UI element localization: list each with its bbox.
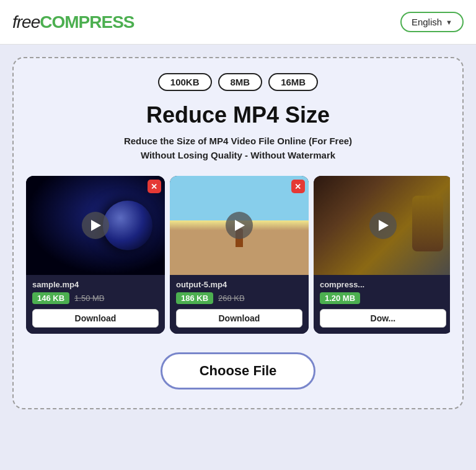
size-old-0: 1.50 MB [74,294,104,303]
card-info-2: compress... 1.20 MB Dow... [314,275,450,334]
close-button-1[interactable]: ✕ [291,180,305,193]
video-cards-row: ✕ sample.mp4 146 KB 1.50 MB Download [26,176,450,334]
play-icon-1 [235,220,245,231]
play-button-2[interactable] [369,212,397,239]
choose-file-button[interactable]: Choose File [161,352,316,389]
size-row-0: 146 KB 1.50 MB [32,292,159,304]
size-new-2: 1.20 MB [320,292,360,304]
size-row-1: 186 KB 268 KB [176,292,302,304]
dashed-container: 100KB 8MB 16MB Reduce MP4 Size Reduce th… [12,57,464,409]
page-subtitle: Reduce the Size of MP4 Video File Online… [124,134,352,162]
filename-2: compress... [320,280,446,289]
play-icon-0 [91,220,101,231]
thumbnail-1: ✕ [170,176,309,275]
subtitle-line2: Without Losing Quality - Without Waterma… [141,150,335,160]
close-button-0[interactable]: ✕ [148,180,161,193]
size-row-2: 1.20 MB [320,292,446,304]
language-selector[interactable]: English ▼ [400,12,464,32]
download-button-1[interactable]: Download [176,309,302,328]
size-new-1: 186 KB [176,292,213,304]
logo-free: free [12,12,40,32]
logo-compress: COMPRESS [40,12,134,32]
filename-1: output-5.mp4 [176,280,302,289]
play-button-0[interactable] [82,212,109,239]
thumbnail-0: ✕ [26,176,165,275]
globe-graphic [103,201,152,250]
size-badges-row: 100KB 8MB 16MB [158,73,318,91]
video-card-1: ✕ output-5.mp4 186 KB 268 KB Download [170,176,309,334]
main-content: 100KB 8MB 16MB Reduce MP4 Size Reduce th… [0,45,476,470]
language-label: English [412,17,442,27]
size-new-0: 146 KB [32,292,69,304]
size-badge-16mb[interactable]: 16MB [268,73,318,91]
video-card-2: compress... 1.20 MB Dow... [314,176,450,334]
action-silhouette-graphic [412,196,443,251]
size-badge-8mb[interactable]: 8MB [218,73,263,91]
page-title: Reduce MP4 Size [146,102,330,128]
play-button-1[interactable] [226,212,253,239]
size-old-1: 268 KB [218,294,245,303]
thumbnail-2 [314,176,450,275]
filename-0: sample.mp4 [32,280,159,289]
play-icon-2 [379,220,389,231]
chevron-down-icon: ▼ [446,19,452,26]
card-info-0: sample.mp4 146 KB 1.50 MB Download [26,275,165,334]
size-badge-100kb[interactable]: 100KB [158,73,212,91]
video-card-0: ✕ sample.mp4 146 KB 1.50 MB Download [26,176,165,334]
download-button-2[interactable]: Dow... [320,309,446,328]
subtitle-line1: Reduce the Size of MP4 Video File Online… [124,136,352,146]
download-button-0[interactable]: Download [32,309,159,328]
card-info-1: output-5.mp4 186 KB 268 KB Download [170,275,309,334]
logo: freeCOMPRESS [12,12,134,32]
header: freeCOMPRESS English ▼ [0,0,476,45]
